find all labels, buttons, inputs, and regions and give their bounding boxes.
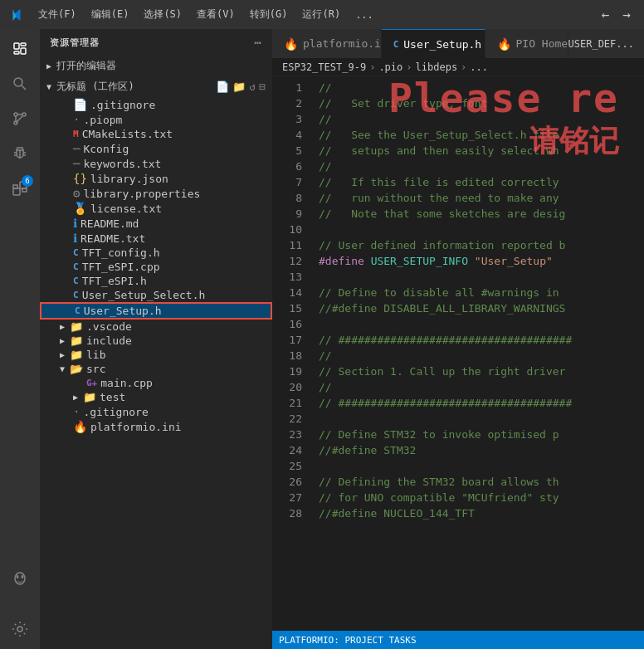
new-file-icon[interactable]: ⋯	[255, 36, 262, 49]
tree-item[interactable]: ℹ README.md	[40, 216, 272, 231]
main-layout: 6 资源管理器 ⋯ ▶	[0, 29, 644, 649]
code-content[interactable]: // // Set driver type, font // // See th…	[312, 76, 644, 631]
new-file-icon-ws[interactable]: 📄	[216, 81, 229, 93]
breadcrumb-sep-1: ›	[369, 61, 375, 73]
activity-source-control[interactable]	[3, 102, 37, 135]
include-folder[interactable]: ▶ 📁 include	[40, 334, 272, 348]
open-editors-section[interactable]: ▶ 打开的编辑器	[40, 56, 272, 76]
tree-item[interactable]: {} library.json	[40, 171, 272, 186]
info-icon: ℹ	[73, 232, 77, 245]
code-line: // Section 1. Call up the right driver	[312, 364, 644, 379]
folder-name: lib	[86, 349, 105, 361]
menu-run[interactable]: 运行(R)	[295, 4, 347, 25]
activity-search[interactable]	[3, 67, 37, 100]
sidebar-content: ▶ 打开的编辑器 ▼ 无标题 (工作区) 📄 📁 ↺ ⊟ 📄 .gitignor…	[40, 56, 272, 649]
chevron-right-icon: ▶	[46, 61, 51, 71]
menu-more[interactable]: ...	[349, 6, 380, 24]
tree-item[interactable]: M CMakeLists.txt	[40, 127, 272, 141]
workspace-section[interactable]: ▼ 无标题 (工作区) 📄 📁 ↺ ⊟	[40, 76, 272, 97]
code-line: //#define DISABLE_ALL_LIBRARY_WARNINGS	[312, 300, 644, 316]
title-bar: 文件(F) 编辑(E) 选择(S) 查看(V) 转到(G) 运行(R) ... …	[0, 0, 644, 29]
filename: .gitignore	[90, 99, 155, 111]
tree-item[interactable]: ─ keywords.txt	[40, 156, 272, 171]
tree-item[interactable]: C TFT_config.h	[40, 246, 272, 260]
code-line	[312, 458, 644, 474]
workspace-label: 无标题 (工作区)	[56, 80, 134, 94]
user-def-label: USER_DEF...	[568, 38, 634, 50]
code-line: // Set driver type, font	[312, 95, 644, 111]
collapse-icon-ws[interactable]: ⊟	[259, 81, 266, 93]
tree-item[interactable]: ℹ README.txt	[40, 231, 272, 246]
platformio-ini-item[interactable]: 🔥 platformio.ini	[40, 419, 272, 434]
activity-explorer[interactable]	[3, 32, 37, 66]
pio-tab-icon: 🔥	[284, 37, 298, 51]
menu-file[interactable]: 文件(F)	[32, 4, 83, 25]
chevron-right-icon: ▶	[60, 350, 65, 359]
breadcrumb-part-1[interactable]: ESP32_TEST_9-9	[282, 61, 366, 73]
menu-select[interactable]: 选择(S)	[137, 4, 188, 25]
tree-item[interactable]: 🏅 license.txt	[40, 201, 272, 216]
nav-buttons: ← →	[597, 5, 636, 24]
file-icon: ·	[73, 113, 80, 126]
svg-rect-2	[21, 48, 26, 54]
filename: library.json	[90, 173, 168, 185]
tree-item[interactable]: C TFT_eSPI.cpp	[40, 260, 272, 274]
code-line: //	[312, 348, 644, 364]
code-line: //#define NUCLEO_144_TFT	[312, 505, 644, 521]
filename: README.md	[80, 217, 139, 230]
chevron-down-icon: ▼	[60, 364, 65, 373]
src-folder[interactable]: ▼ 📂 src	[40, 362, 272, 376]
code-line: // User defined information reported b	[312, 237, 644, 253]
menu-goto[interactable]: 转到(G)	[243, 4, 295, 25]
code-line	[312, 316, 644, 332]
menu-edit[interactable]: 编辑(E)	[85, 4, 136, 25]
breadcrumb-part-2[interactable]: .pio	[378, 61, 402, 73]
badge-icon: 🏅	[73, 202, 87, 215]
code-line: // Define to disable all #warnings in	[312, 285, 644, 300]
breadcrumb-part-4[interactable]: ...	[470, 61, 488, 73]
activity-alien[interactable]	[3, 563, 37, 596]
file-icon: 📄	[73, 98, 87, 111]
tree-item[interactable]: ─ Kconfig	[40, 141, 272, 156]
app-icon	[8, 7, 25, 23]
tab-platformio-ini[interactable]: 🔥 platformio.ini	[272, 29, 382, 58]
filename: library.properties	[83, 188, 200, 200]
filename: main.cpp	[100, 377, 153, 389]
tree-item[interactable]: 📄 .gitignore	[40, 97, 272, 112]
lib-folder[interactable]: ▶ 📁 lib	[40, 348, 272, 362]
back-icon[interactable]: ←	[597, 5, 615, 24]
svg-point-4	[14, 78, 22, 86]
tree-item[interactable]: · .piopm	[40, 112, 272, 127]
forward-icon[interactable]: →	[617, 5, 636, 24]
root-gitignore[interactable]: · .gitignore	[40, 404, 272, 419]
tab-pio-home[interactable]: 🔥 PIO Home	[485, 29, 568, 58]
tab-user-setup-h[interactable]: C User_Setup.h ✕	[382, 29, 485, 58]
tree-item[interactable]: ⚙ library.properties	[40, 186, 272, 201]
open-editors-label: 打开的编辑器	[56, 59, 116, 73]
activity-extensions[interactable]: 6	[3, 172, 37, 205]
ch-icon: C	[73, 290, 79, 300]
test-folder[interactable]: ▶ 📁 test	[40, 390, 272, 404]
activity-settings[interactable]	[3, 612, 37, 646]
file-icon: ·	[73, 405, 80, 418]
code-line: // for UNO compatible "MCUfriend" sty	[312, 490, 644, 505]
tree-item[interactable]: C User_Setup_Select.h	[40, 288, 272, 302]
active-file-item[interactable]: C User_Setup.h	[40, 302, 272, 320]
main-cpp-item[interactable]: G+ main.cpp	[40, 376, 272, 390]
breadcrumb-part-3[interactable]: libdeps	[416, 61, 458, 73]
json-icon: {}	[73, 172, 87, 185]
platformio-tasks-label[interactable]: PLATFORMIO: PROJECT TASKS	[279, 635, 417, 646]
refresh-icon-ws[interactable]: ↺	[249, 81, 256, 93]
info-icon: ℹ	[73, 217, 77, 230]
sidebar-header: 资源管理器 ⋯	[40, 29, 272, 56]
menu-view[interactable]: 查看(V)	[190, 4, 242, 25]
new-folder-icon-ws[interactable]: 📁	[232, 81, 246, 93]
cplus-icon: G+	[86, 378, 97, 388]
filename: Kconfig	[83, 143, 129, 155]
code-line: // See the User_Setup_Select.h file	[312, 127, 644, 143]
tree-item[interactable]: C TFT_eSPI.h	[40, 274, 272, 288]
vscode-folder[interactable]: ▶ 📁 .vscode	[40, 320, 272, 334]
filename: TFT_config.h	[82, 246, 160, 259]
activity-debug[interactable]	[3, 137, 37, 170]
code-line: // Note that some sketches are desig	[312, 206, 644, 222]
